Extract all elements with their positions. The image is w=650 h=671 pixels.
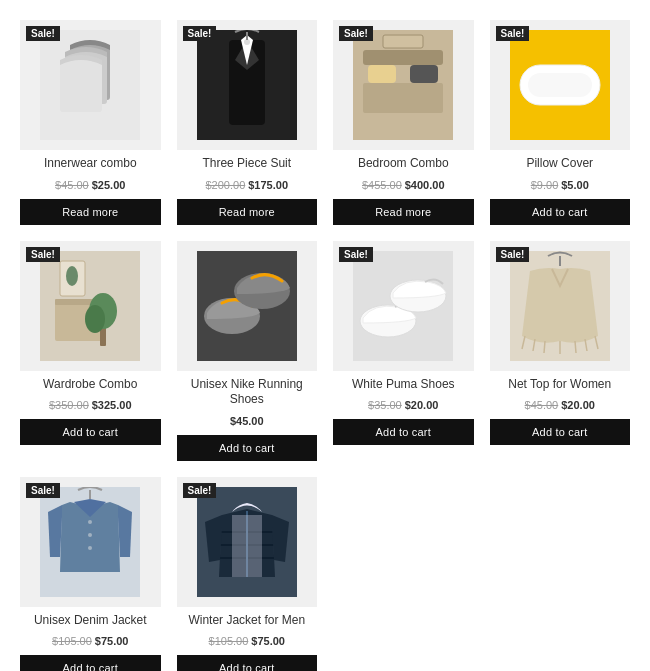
product-title-nike: Unisex Nike Running Shoes bbox=[177, 377, 318, 408]
product-image-wrap-puma: Sale! bbox=[333, 241, 474, 371]
product-title-pillow: Pillow Cover bbox=[526, 156, 593, 172]
product-image-wrap-pillow: Sale! bbox=[490, 20, 631, 150]
svg-rect-50 bbox=[232, 515, 262, 577]
product-card-pillow: Sale! Pillow Cover$9.00$5.00Add to cart bbox=[490, 20, 631, 225]
price-old-suit: $200.00 bbox=[205, 179, 245, 191]
sale-badge-wardrobe: Sale! bbox=[26, 247, 60, 262]
product-card-bedroom: Sale! Bedroom Combo$455.00$400.00Read mo… bbox=[333, 20, 474, 225]
product-prices-winter: $105.00$75.00 bbox=[209, 631, 285, 649]
svg-rect-9 bbox=[363, 50, 443, 65]
svg-rect-11 bbox=[410, 65, 438, 83]
sale-badge-bedroom: Sale! bbox=[339, 26, 373, 41]
svg-point-43 bbox=[88, 533, 92, 537]
product-title-bedroom: Bedroom Combo bbox=[358, 156, 449, 172]
product-image-wrap-nike bbox=[177, 241, 318, 371]
sale-badge-denim: Sale! bbox=[26, 483, 60, 498]
product-card-puma: Sale! White Puma Shoes$35.00$20.00Add to… bbox=[333, 241, 474, 461]
price-new-nettop: $20.00 bbox=[561, 399, 595, 411]
price-new-wardrobe: $325.00 bbox=[92, 399, 132, 411]
product-card-innerwear: Sale! Innerwear combo$45.00$25.00Read mo… bbox=[20, 20, 161, 225]
product-image-wrap-suit: Sale! bbox=[177, 20, 318, 150]
product-image-wrap-nettop: Sale! bbox=[490, 241, 631, 371]
svg-rect-10 bbox=[368, 65, 396, 83]
sale-badge-winter: Sale! bbox=[183, 483, 217, 498]
product-prices-suit: $200.00$175.00 bbox=[205, 175, 288, 193]
svg-point-42 bbox=[88, 520, 92, 524]
nike-btn[interactable]: Add to cart bbox=[177, 435, 318, 461]
product-prices-wardrobe: $350.00$325.00 bbox=[49, 395, 132, 413]
pillow-btn[interactable]: Add to cart bbox=[490, 199, 631, 225]
product-prices-pillow: $9.00$5.00 bbox=[531, 175, 589, 193]
price-new-denim: $75.00 bbox=[95, 635, 129, 647]
suit-btn[interactable]: Read more bbox=[177, 199, 318, 225]
product-grid: Sale! Innerwear combo$45.00$25.00Read mo… bbox=[20, 20, 630, 671]
product-card-denim: Sale! Unisex Denim Jacket$105.00$75.00Ad… bbox=[20, 477, 161, 671]
product-title-innerwear: Innerwear combo bbox=[44, 156, 137, 172]
denim-btn[interactable]: Add to cart bbox=[20, 655, 161, 671]
product-card-suit: Sale! Three Piece Suit$200.00$175.00Read… bbox=[177, 20, 318, 225]
product-title-denim: Unisex Denim Jacket bbox=[34, 613, 147, 629]
sale-badge-nettop: Sale! bbox=[496, 247, 530, 262]
svg-line-37 bbox=[575, 341, 576, 353]
product-prices-denim: $105.00$75.00 bbox=[52, 631, 128, 649]
product-title-wardrobe: Wardrobe Combo bbox=[43, 377, 137, 393]
svg-rect-13 bbox=[383, 35, 423, 48]
svg-point-44 bbox=[88, 546, 92, 550]
svg-line-35 bbox=[544, 341, 545, 353]
price-old-wardrobe: $350.00 bbox=[49, 399, 89, 411]
product-prices-nettop: $45.00$20.00 bbox=[525, 395, 595, 413]
price-new-pillow: $5.00 bbox=[561, 179, 589, 191]
svg-point-24 bbox=[66, 266, 78, 286]
price-new-winter: $75.00 bbox=[251, 635, 285, 647]
svg-rect-3 bbox=[60, 60, 102, 112]
product-image-wrap-bedroom: Sale! bbox=[333, 20, 474, 150]
product-image-wrap-winter: Sale! bbox=[177, 477, 318, 607]
product-card-nettop: Sale! Net Top for Women$45.00$20.00Add t… bbox=[490, 241, 631, 461]
puma-btn[interactable]: Add to cart bbox=[333, 419, 474, 445]
price-old-puma: $35.00 bbox=[368, 399, 402, 411]
product-card-nike: Unisex Nike Running Shoes$45.00Add to ca… bbox=[177, 241, 318, 461]
product-image-wrap-innerwear: Sale! bbox=[20, 20, 161, 150]
product-prices-nike: $45.00 bbox=[230, 411, 264, 429]
price-new-innerwear: $25.00 bbox=[92, 179, 126, 191]
svg-rect-16 bbox=[528, 73, 592, 97]
bedroom-btn[interactable]: Read more bbox=[333, 199, 474, 225]
product-prices-bedroom: $455.00$400.00 bbox=[362, 175, 445, 193]
price-old-bedroom: $455.00 bbox=[362, 179, 402, 191]
product-prices-innerwear: $45.00$25.00 bbox=[55, 175, 125, 193]
price-new-nike: $45.00 bbox=[230, 415, 264, 427]
winter-btn[interactable]: Add to cart bbox=[177, 655, 318, 671]
wardrobe-btn[interactable]: Add to cart bbox=[20, 419, 161, 445]
svg-rect-12 bbox=[363, 83, 443, 113]
svg-point-22 bbox=[85, 305, 105, 333]
price-old-winter: $105.00 bbox=[209, 635, 249, 647]
price-old-nettop: $45.00 bbox=[525, 399, 559, 411]
product-card-winter: Sale! Winter Jacket for Men$105.00$75.00… bbox=[177, 477, 318, 671]
innerwear-btn[interactable]: Read more bbox=[20, 199, 161, 225]
nettop-btn[interactable]: Add to cart bbox=[490, 419, 631, 445]
price-new-bedroom: $400.00 bbox=[405, 179, 445, 191]
sale-badge-innerwear: Sale! bbox=[26, 26, 60, 41]
price-new-puma: $20.00 bbox=[405, 399, 439, 411]
sale-badge-puma: Sale! bbox=[339, 247, 373, 262]
sale-badge-suit: Sale! bbox=[183, 26, 217, 41]
price-old-denim: $105.00 bbox=[52, 635, 92, 647]
product-image-wrap-wardrobe: Sale! bbox=[20, 241, 161, 371]
price-new-suit: $175.00 bbox=[248, 179, 288, 191]
product-prices-puma: $35.00$20.00 bbox=[368, 395, 438, 413]
product-title-suit: Three Piece Suit bbox=[202, 156, 291, 172]
product-title-puma: White Puma Shoes bbox=[352, 377, 455, 393]
product-title-nettop: Net Top for Women bbox=[508, 377, 611, 393]
product-title-winter: Winter Jacket for Men bbox=[188, 613, 305, 629]
sale-badge-pillow: Sale! bbox=[496, 26, 530, 41]
price-old-pillow: $9.00 bbox=[531, 179, 559, 191]
price-old-innerwear: $45.00 bbox=[55, 179, 89, 191]
product-card-wardrobe: Sale! Wardrobe Combo$350.00$325.00Add to… bbox=[20, 241, 161, 461]
product-image-wrap-denim: Sale! bbox=[20, 477, 161, 607]
